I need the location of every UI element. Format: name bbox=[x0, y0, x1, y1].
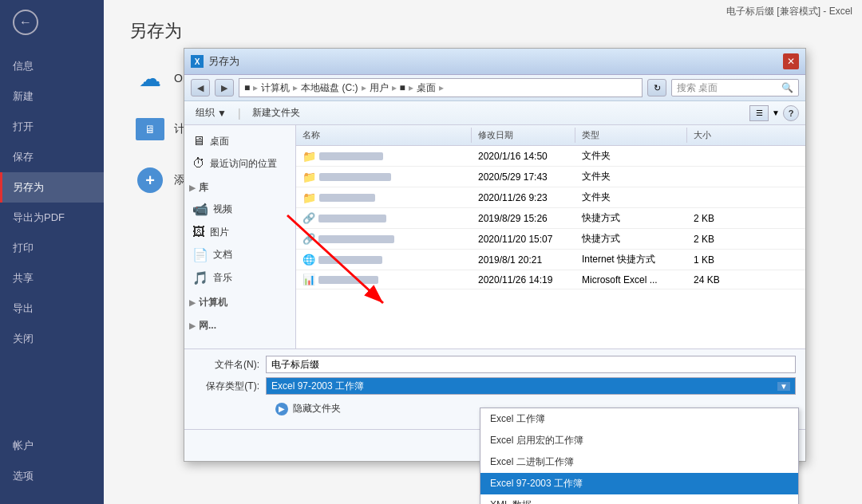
sidebar-bottom: 帐户 选项 bbox=[0, 431, 104, 504]
sidebar-item-options[interactable]: 选项 bbox=[0, 461, 104, 491]
file-type-5: 快捷方式 bbox=[575, 230, 687, 247]
file-row-2[interactable]: 📁 2020/5/29 17:43 文件夹 bbox=[296, 167, 805, 187]
sidebar-item-open[interactable]: 打开 bbox=[0, 112, 104, 142]
file-size-2 bbox=[687, 175, 743, 179]
file-name-5 bbox=[318, 235, 394, 243]
file-size-7: 24 KB bbox=[687, 273, 743, 287]
network-header[interactable]: ▶ 网... bbox=[184, 316, 295, 336]
dialog-titlebar: X 另存为 ✕ bbox=[184, 49, 805, 75]
main-content: 电子标后缀 [兼容模式] - Excel 另存为 ☁ OneDrive 🖥 计算… bbox=[104, 0, 862, 504]
dialog-body: 🖥 桌面 ⏱ 最近访问的位置 ▶ 库 📹 视频 bbox=[184, 125, 805, 348]
path-part-4: 用户 bbox=[370, 81, 389, 95]
hidden-files-toggle[interactable]: ▶ 隐藏文件夹 bbox=[266, 399, 350, 419]
file-name-4 bbox=[318, 215, 386, 222]
sidebar-item-info[interactable]: 信息 bbox=[0, 51, 104, 81]
file-row-7[interactable]: 📊 2020/11/26 14:19 Microsoft Excel ... 2… bbox=[296, 270, 805, 289]
file-date-4: 2019/8/29 15:26 bbox=[472, 211, 575, 226]
nav-refresh-button[interactable]: ↻ bbox=[647, 79, 666, 96]
file-size-1 bbox=[687, 155, 743, 158]
path-part-1: ■ bbox=[244, 82, 250, 93]
dialog-close-button[interactable]: ✕ bbox=[783, 53, 799, 69]
file-row-3[interactable]: 📁 2020/11/26 9:23 文件夹 bbox=[296, 187, 805, 208]
sidebar-documents[interactable]: 📄 文档 bbox=[184, 243, 295, 266]
sidebar-item-saveas[interactable]: 另存为 bbox=[0, 172, 104, 203]
file-type-1: 文件夹 bbox=[575, 148, 687, 164]
computer-icon: 🖥 bbox=[136, 115, 164, 144]
library-group: ▶ 库 📹 视频 🖼 图片 📄 文档 bbox=[184, 178, 295, 289]
file-type-2: 文件夹 bbox=[575, 168, 687, 185]
file-date-1: 2020/1/16 14:50 bbox=[472, 149, 575, 163]
nav-forward-button[interactable]: ▶ bbox=[215, 79, 234, 96]
path-part-3: 本地磁盘 (C:) bbox=[301, 81, 358, 95]
file-date-6: 2019/8/1 20:21 bbox=[472, 253, 575, 267]
sidebar-item-export[interactable]: 导出 bbox=[0, 293, 104, 324]
video-icon: 📹 bbox=[192, 202, 208, 217]
dialog-nav: ◀ ▶ ■ ▸ 计算机 ▸ 本地磁盘 (C:) ▸ 用户 ▸ ■ ▸ 桌面 ▸ … bbox=[184, 75, 805, 101]
filetype-select[interactable]: Excel 97-2003 工作簿 ▼ bbox=[266, 377, 796, 395]
music-icon: 🎵 bbox=[192, 270, 208, 285]
dropdown-item-0[interactable]: Excel 工作簿 bbox=[480, 408, 798, 430]
dropdown-item-3[interactable]: Excel 97-2003 工作簿 bbox=[480, 473, 798, 494]
sidebar-music[interactable]: 🎵 音乐 bbox=[184, 266, 295, 289]
col-header-name: 名称 bbox=[296, 128, 472, 143]
recent-icon: ⏱ bbox=[192, 156, 205, 171]
sidebar-recent[interactable]: ⏱ 最近访问的位置 bbox=[184, 152, 295, 175]
file-date-3: 2020/11/26 9:23 bbox=[472, 191, 575, 205]
sidebar: ← 信息 新建 打开 保存 另存为 导出为PDF 打印 共享 导出 关闭 bbox=[0, 0, 104, 504]
file-type-7: Microsoft Excel ... bbox=[575, 273, 687, 287]
dialog-title: X 另存为 bbox=[191, 54, 239, 69]
back-icon: ← bbox=[13, 10, 38, 35]
sidebar-item-save[interactable]: 保存 bbox=[0, 142, 104, 172]
file-name-7 bbox=[318, 276, 378, 284]
onedrive-icon: ☁ bbox=[136, 64, 164, 93]
toolbar-separator: | bbox=[238, 107, 241, 120]
shortcut-icon-5: 🔗 bbox=[302, 233, 315, 245]
file-sidebar: 🖥 桌面 ⏱ 最近访问的位置 ▶ 库 📹 视频 bbox=[184, 125, 296, 348]
organize-button[interactable]: 组织 ▼ bbox=[191, 104, 231, 121]
filename-row: 文件名(N): bbox=[194, 356, 796, 373]
sidebar-desktop[interactable]: 🖥 桌面 bbox=[184, 130, 295, 152]
file-size-3 bbox=[687, 196, 743, 199]
sidebar-video[interactable]: 📹 视频 bbox=[184, 198, 295, 221]
window-title: 电子标后缀 [兼容模式] - Excel bbox=[726, 6, 852, 17]
new-folder-button[interactable]: 新建文件夹 bbox=[247, 104, 305, 121]
back-button[interactable]: ← bbox=[0, 0, 104, 45]
excel-icon-7: 📊 bbox=[302, 274, 315, 285]
sidebar-item-share[interactable]: 共享 bbox=[0, 263, 104, 293]
sidebar-item-close[interactable]: 关闭 bbox=[0, 324, 104, 354]
dialog-toolbar: 组织 ▼ | 新建文件夹 ☰ ▼ ? bbox=[184, 101, 805, 125]
sidebar-item-exportpdf[interactable]: 导出为PDF bbox=[0, 203, 104, 233]
organize-arrow-icon: ▼ bbox=[217, 108, 227, 119]
filename-input[interactable] bbox=[266, 356, 796, 373]
dropdown-item-4[interactable]: XML 数据 bbox=[480, 494, 798, 504]
sidebar-item-account[interactable]: 帐户 bbox=[0, 431, 104, 461]
dropdown-item-2[interactable]: Excel 二进制工作簿 bbox=[480, 451, 798, 473]
view-toggle-button[interactable]: ☰ bbox=[749, 105, 769, 121]
col-header-date: 修改日期 bbox=[472, 128, 575, 143]
pictures-icon: 🖼 bbox=[192, 225, 205, 239]
folder-icon-3: 📁 bbox=[302, 191, 316, 204]
view-arrow-icon: ▼ bbox=[772, 108, 780, 117]
file-row-5[interactable]: 🔗 2020/11/20 15:07 快捷方式 2 KB bbox=[296, 229, 805, 250]
file-row-1[interactable]: 📁 2020/1/16 14:50 文件夹 bbox=[296, 146, 805, 167]
computer-header[interactable]: ▶ 计算机 bbox=[184, 293, 295, 313]
toolbar-right: ☰ ▼ ? bbox=[749, 105, 799, 121]
folder-icon-2: 📁 bbox=[302, 171, 316, 183]
dropdown-item-1[interactable]: Excel 启用宏的工作簿 bbox=[480, 430, 798, 451]
sidebar-pictures[interactable]: 🖼 图片 bbox=[184, 221, 295, 243]
computer-group: ▶ 计算机 bbox=[184, 293, 295, 313]
file-name-1 bbox=[319, 152, 383, 160]
help-button[interactable]: ? bbox=[783, 105, 799, 121]
file-size-6: 1 KB bbox=[687, 253, 743, 267]
nav-back-button[interactable]: ◀ bbox=[191, 79, 210, 96]
file-row-4[interactable]: 🔗 2019/8/29 15:26 快捷方式 2 KB bbox=[296, 208, 805, 229]
library-header[interactable]: ▶ 库 bbox=[184, 178, 295, 198]
computer-expand-icon: ▶ bbox=[189, 298, 196, 307]
filetype-row: 保存类型(T): Excel 97-2003 工作簿 ▼ bbox=[194, 377, 796, 395]
file-row-6[interactable]: 🌐 2019/8/1 20:21 Internet 快捷方式 1 KB bbox=[296, 250, 805, 270]
toggle-icon: ▶ bbox=[275, 403, 288, 415]
shortcut-icon-4: 🔗 bbox=[302, 212, 315, 224]
file-date-5: 2020/11/20 15:07 bbox=[472, 232, 575, 246]
sidebar-item-print[interactable]: 打印 bbox=[0, 233, 104, 263]
sidebar-item-new[interactable]: 新建 bbox=[0, 81, 104, 112]
